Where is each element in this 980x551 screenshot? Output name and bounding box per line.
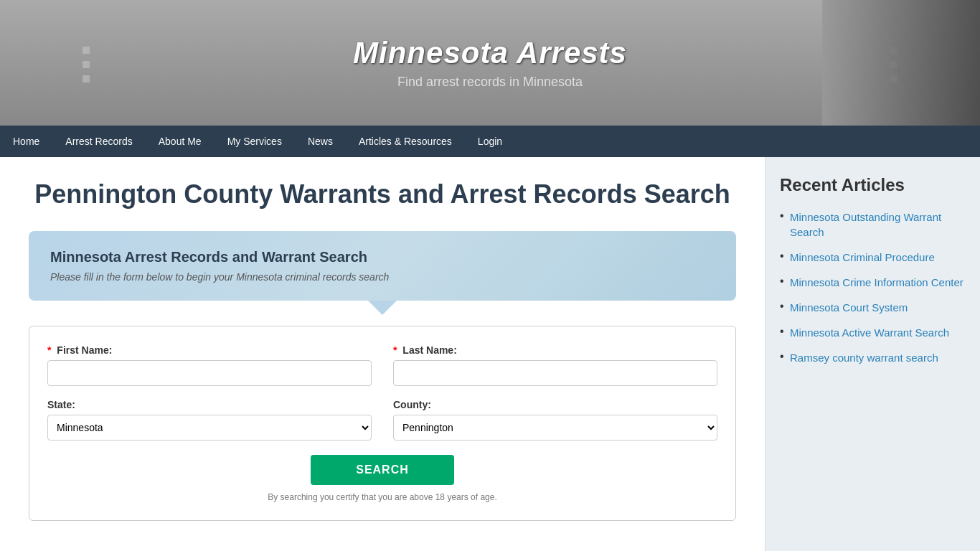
main-layout: Pennington County Warrants and Arrest Re… <box>0 157 980 551</box>
hands-right-icon: ⫶ <box>822 0 966 126</box>
content-area: Pennington County Warrants and Arrest Re… <box>0 157 765 551</box>
list-item: Minnesota Outstanding Warrant Search <box>780 209 966 240</box>
disclaimer-text: By searching you certify that you are ab… <box>47 492 717 502</box>
sidebar-title: Recent Articles <box>780 175 966 195</box>
hands-left-icon: ⫶ <box>14 0 158 126</box>
list-item: Minnesota Court System <box>780 300 966 315</box>
location-row: State: Minnesota County: Pennington <box>47 399 717 441</box>
required-star-last: * <box>393 344 397 356</box>
search-box-banner: Minnesota Arrest Records and Warrant Sea… <box>29 231 736 301</box>
first-name-label: * First Name: <box>47 344 372 356</box>
state-select[interactable]: Minnesota <box>47 415 372 441</box>
state-group: State: Minnesota <box>47 399 372 441</box>
list-item: Minnesota Criminal Procedure <box>780 250 966 265</box>
search-box-subtitle: Please fill in the form below to begin y… <box>50 271 715 283</box>
nav-about-me[interactable]: About Me <box>146 126 215 157</box>
nav-news[interactable]: News <box>295 126 346 157</box>
arrow-down-icon <box>368 301 397 315</box>
nav-login[interactable]: Login <box>465 126 515 157</box>
article-link-2[interactable]: Minnesota Criminal Procedure <box>790 251 935 263</box>
sidebar: Recent Articles Minnesota Outstanding Wa… <box>765 157 980 551</box>
first-name-input[interactable] <box>47 360 372 386</box>
site-title: Minnesota Arrests <box>353 36 627 70</box>
article-link-4[interactable]: Minnesota Court System <box>790 301 908 314</box>
nav-home[interactable]: Home <box>0 126 52 157</box>
county-select[interactable]: Pennington <box>393 415 717 441</box>
last-name-label: * Last Name: <box>393 344 717 356</box>
recent-articles-list: Minnesota Outstanding Warrant Search Min… <box>780 209 966 365</box>
state-label: State: <box>47 399 372 410</box>
required-star-first: * <box>47 344 51 356</box>
page-title: Pennington County Warrants and Arrest Re… <box>29 179 736 209</box>
article-link-6[interactable]: Ramsey county warrant search <box>790 352 938 364</box>
last-name-input[interactable] <box>393 360 717 386</box>
name-row: * First Name: * Last Name: <box>47 344 717 386</box>
article-link-1[interactable]: Minnesota Outstanding Warrant Search <box>790 211 941 238</box>
county-label: County: <box>393 399 717 410</box>
county-group: County: Pennington <box>393 399 717 441</box>
search-button[interactable]: SEARCH <box>311 455 454 485</box>
article-link-3[interactable]: Minnesota Crime Information Center <box>790 276 963 288</box>
nav-arrest-records[interactable]: Arrest Records <box>52 126 145 157</box>
site-header: ⫶ ⫶ Minnesota Arrests Find arrest record… <box>0 0 980 126</box>
list-item: Ramsey county warrant search <box>780 350 966 365</box>
nav-articles[interactable]: Articles & Resources <box>346 126 465 157</box>
last-name-group: * Last Name: <box>393 344 717 386</box>
article-link-5[interactable]: Minnesota Active Warrant Search <box>790 326 949 339</box>
nav-my-services[interactable]: My Services <box>215 126 295 157</box>
search-box-title: Minnesota Arrest Records and Warrant Sea… <box>50 249 715 265</box>
nav-bar: Home Arrest Records About Me My Services… <box>0 126 980 157</box>
list-item: Minnesota Crime Information Center <box>780 275 966 290</box>
search-form: * First Name: * Last Name: State: <box>29 326 736 521</box>
list-item: Minnesota Active Warrant Search <box>780 325 966 340</box>
site-tagline: Find arrest records in Minnesota <box>353 75 627 90</box>
first-name-group: * First Name: <box>47 344 372 386</box>
